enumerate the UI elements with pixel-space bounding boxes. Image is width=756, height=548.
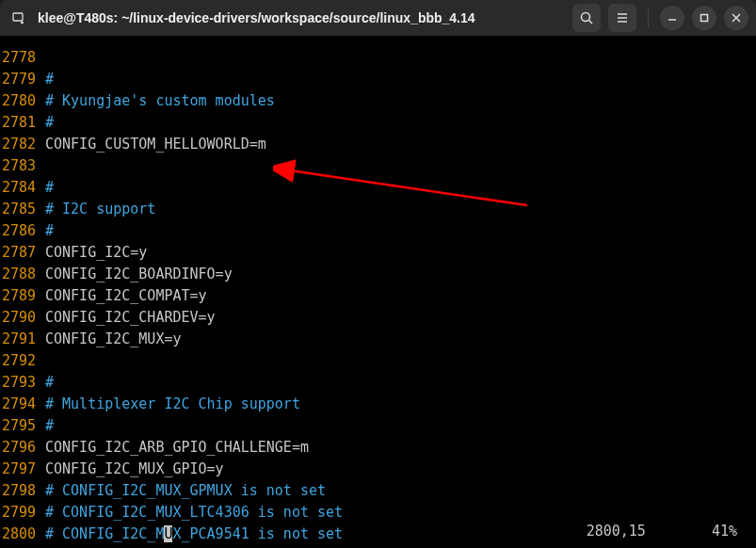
- code-line: 2792: [0, 350, 756, 372]
- line-number: 2780: [0, 90, 45, 112]
- search-icon: [579, 10, 594, 25]
- code-line: 2783: [0, 155, 756, 177]
- code-line: 2779#: [0, 69, 756, 90]
- line-number: 2779: [0, 69, 45, 90]
- title-bar: klee@T480s: ~/linux-device-drivers/works…: [0, 0, 756, 36]
- window-title: klee@T480s: ~/linux-device-drivers/works…: [38, 10, 475, 25]
- line-content: #: [45, 112, 54, 134]
- line-number: 2800: [0, 524, 45, 545]
- line-content: # CONFIG_I2C_MUX_PCA9541 is not set: [45, 524, 343, 545]
- line-content: # Multiplexer I2C Chip support: [45, 394, 300, 415]
- code-line: 2795#: [0, 415, 756, 437]
- line-number: 2792: [0, 350, 45, 372]
- line-content: #: [45, 372, 54, 394]
- svg-line-2: [589, 21, 593, 24]
- line-number: 2787: [0, 242, 45, 264]
- code-line: 2794# Multiplexer I2C Chip support: [0, 394, 756, 415]
- line-content: # Kyungjae's custom modules: [45, 90, 275, 112]
- status-bar: 2800,15 41%: [587, 521, 756, 542]
- line-content: CONFIG_I2C_CHARDEV=y: [45, 307, 216, 329]
- line-content: # CONFIG_I2C_MUX_LTC4306 is not set: [45, 502, 343, 524]
- code-line: 2797CONFIG_I2C_MUX_GPIO=y: [0, 459, 756, 480]
- close-button[interactable]: [724, 6, 748, 30]
- code-line: 2781#: [0, 112, 756, 134]
- line-number: 2791: [0, 329, 45, 350]
- minimize-icon: [667, 12, 678, 24]
- line-number: 2788: [0, 264, 45, 285]
- svg-rect-0: [13, 13, 23, 21]
- line-content: CONFIG_I2C_BOARDINFO=y: [45, 264, 233, 285]
- line-content: #: [45, 220, 54, 242]
- search-button[interactable]: [572, 4, 601, 32]
- line-content: CONFIG_I2C_MUX=y: [45, 329, 182, 350]
- close-icon: [731, 12, 742, 24]
- scroll-percent: 41%: [712, 521, 737, 542]
- code-line: 2785# I2C support: [0, 199, 756, 220]
- code-line: 2796CONFIG_I2C_ARB_GPIO_CHALLENGE=m: [0, 437, 756, 459]
- code-line: 2791CONFIG_I2C_MUX=y: [0, 329, 756, 350]
- code-line: 2787CONFIG_I2C=y: [0, 242, 756, 264]
- line-content: # CONFIG_I2C_MUX_GPMUX is not set: [45, 480, 326, 502]
- cursor-position: 2800,15: [587, 521, 646, 542]
- new-tab-icon: [11, 10, 26, 25]
- separator: [648, 8, 649, 27]
- maximize-icon: [699, 12, 710, 24]
- code-line: 2790CONFIG_I2C_CHARDEV=y: [0, 307, 756, 329]
- line-number: 2796: [0, 437, 45, 459]
- line-number: 2797: [0, 459, 45, 480]
- code-line: 2788CONFIG_I2C_BOARDINFO=y: [0, 264, 756, 285]
- editor-area[interactable]: 27782779#2780# Kyungjae's custom modules…: [0, 36, 756, 548]
- line-number: 2795: [0, 415, 45, 437]
- line-number: 2786: [0, 220, 45, 242]
- svg-rect-7: [701, 15, 708, 22]
- line-content: #: [45, 177, 54, 199]
- line-number: 2798: [0, 480, 45, 502]
- code-line: 2778: [0, 47, 756, 69]
- line-content: CONFIG_I2C_MUX_GPIO=y: [45, 459, 224, 480]
- code-line: 2798# CONFIG_I2C_MUX_GPMUX is not set: [0, 480, 756, 502]
- line-number: 2784: [0, 177, 45, 199]
- code-line: 2784#: [0, 177, 756, 199]
- line-number: 2781: [0, 112, 45, 134]
- line-number: 2794: [0, 394, 45, 415]
- line-content: CONFIG_I2C_COMPAT=y: [45, 285, 207, 307]
- code-line: 2786#: [0, 220, 756, 242]
- line-number: 2785: [0, 199, 45, 220]
- line-number: 2783: [0, 155, 45, 177]
- menu-button[interactable]: [608, 4, 636, 32]
- line-content: # I2C support: [45, 199, 155, 220]
- line-content: CONFIG_I2C=y: [45, 242, 147, 264]
- line-number: 2778: [0, 47, 45, 69]
- line-content: CONFIG_CUSTOM_HELLOWORLD=m: [45, 134, 266, 155]
- hamburger-icon: [615, 10, 630, 25]
- svg-point-1: [582, 13, 590, 22]
- line-content: #: [45, 415, 54, 437]
- code-line: 2780# Kyungjae's custom modules: [0, 90, 756, 112]
- line-number: 2799: [0, 502, 45, 524]
- line-number: 2789: [0, 285, 45, 307]
- line-number: 2790: [0, 307, 45, 329]
- line-content: CONFIG_I2C_ARB_GPIO_CHALLENGE=m: [45, 437, 309, 459]
- code-line: 2793#: [0, 372, 756, 394]
- line-content: #: [45, 69, 54, 90]
- line-number: 2793: [0, 372, 45, 394]
- minimize-button[interactable]: [660, 6, 684, 30]
- line-number: 2782: [0, 134, 45, 155]
- new-tab-button[interactable]: [8, 7, 30, 29]
- code-line: 2782CONFIG_CUSTOM_HELLOWORLD=m: [0, 134, 756, 155]
- code-line: 2789CONFIG_I2C_COMPAT=y: [0, 285, 756, 307]
- maximize-button[interactable]: [692, 6, 716, 30]
